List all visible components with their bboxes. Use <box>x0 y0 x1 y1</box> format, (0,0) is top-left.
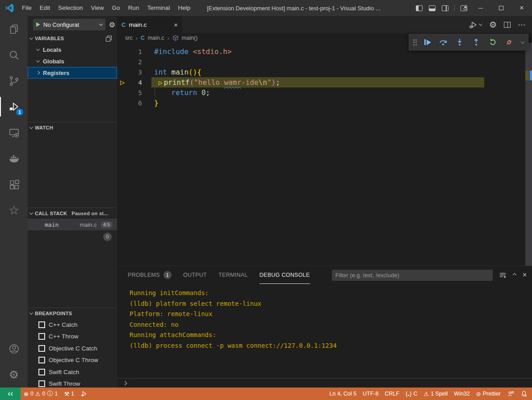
code-editor[interactable]: 1#include <stdio.h>23int main(){▷4 ▷prin… <box>117 43 532 266</box>
step-out-button[interactable] <box>472 38 481 46</box>
breakpoints-header[interactable]: BREAKPOINTS <box>28 308 117 319</box>
menu-terminal[interactable]: Terminal <box>143 0 174 16</box>
sidebar-item-explorer[interactable] <box>0 16 28 42</box>
menu-edit[interactable]: Edit <box>36 0 54 16</box>
sidebar-item-search[interactable] <box>0 42 28 68</box>
eol-indicator[interactable]: CRLF <box>381 388 402 400</box>
formatter-indicator[interactable]: ⊘ Prettier <box>473 388 504 400</box>
code-line[interactable]: 6} <box>117 98 532 108</box>
platform-label: Win32 <box>454 391 469 397</box>
checkbox[interactable] <box>38 380 45 387</box>
disconnect-button[interactable] <box>505 38 514 46</box>
breakpoint-item[interactable]: Swift Throw <box>28 378 117 388</box>
tab-debug-console[interactable]: DEBUG CONSOLE <box>260 266 310 284</box>
sidebar-item-docker[interactable] <box>0 146 28 171</box>
feedback-button[interactable] <box>504 388 517 400</box>
run-or-debug-button[interactable] <box>469 21 482 29</box>
drag-handle-icon[interactable] <box>413 39 417 46</box>
toggle-sidebar-icon[interactable] <box>416 5 423 11</box>
launch-config-dropdown[interactable]: No Configurat <box>33 19 105 30</box>
breadcrumb-folder[interactable]: src <box>125 35 133 41</box>
code-token: #include <box>154 47 189 56</box>
configure-gear-icon[interactable]: ⚙ <box>489 20 497 30</box>
breakpoint-item[interactable]: Objective C Catch <box>28 342 117 354</box>
problems-status[interactable]: ⊗ 0 ⚠ 0 ⓘ 1 <box>21 388 61 400</box>
toggle-panel-icon[interactable] <box>429 5 436 11</box>
vscode-logo-icon <box>4 3 14 13</box>
restart-button[interactable] <box>488 38 497 46</box>
debug-status[interactable] <box>77 388 91 400</box>
notifications-button[interactable] <box>517 388 532 400</box>
code-line[interactable]: ▷4 ▷printf("hello wamr-ide\n"); <box>117 77 532 88</box>
breadcrumb-file[interactable]: main.c <box>148 35 164 41</box>
debug-settings-gear-icon[interactable]: ⚙ <box>109 21 115 29</box>
breakpoint-item[interactable]: C++ Catch <box>28 319 117 331</box>
sidebar-item-source-control[interactable] <box>0 68 28 94</box>
tab-problems[interactable]: PROBLEMS 1 <box>128 266 172 284</box>
checkbox[interactable] <box>38 321 45 328</box>
variables-header[interactable]: VARIABLES <box>28 33 117 44</box>
sidebar-item-run-debug[interactable]: 1 <box>0 94 28 120</box>
maximize-button[interactable] <box>491 0 511 16</box>
filter-input[interactable] <box>332 270 493 281</box>
customize-layout-icon[interactable] <box>461 5 467 11</box>
copy-icon[interactable] <box>106 36 112 42</box>
stack-frame-row[interactable]: main main.c 4:5 <box>28 219 117 230</box>
more-actions-icon[interactable]: ⋯ <box>518 20 526 29</box>
breakpoint-item[interactable]: Swift Catch <box>28 366 117 378</box>
chevron-down-icon[interactable] <box>521 40 524 43</box>
close-panel-icon[interactable]: × <box>523 271 527 279</box>
code-line[interactable]: 3int main(){ <box>117 67 532 77</box>
tab-output[interactable]: OUTPUT <box>183 266 207 284</box>
spell-indicator[interactable]: ⚠ 1 Spell <box>420 388 451 400</box>
sidebar-item-extensions[interactable] <box>0 171 28 197</box>
encoding-indicator[interactable]: UTF-8 <box>360 388 381 400</box>
sidebar-item-remote-explorer[interactable] <box>0 120 28 146</box>
close-button[interactable]: × <box>511 0 532 16</box>
step-into-button[interactable] <box>455 38 464 46</box>
code-line[interactable]: 5 return 0; <box>117 88 532 98</box>
breadcrumb-symbol[interactable]: main() <box>182 35 197 41</box>
code-line[interactable]: 2 <box>117 57 532 67</box>
checkbox[interactable] <box>38 369 45 375</box>
start-debug-icon[interactable] <box>36 22 40 27</box>
tab-main-c[interactable]: C main.c × <box>117 16 182 33</box>
menu-view[interactable]: View <box>87 0 108 16</box>
cursor-position[interactable]: Ln 4, Col 5 <box>327 388 360 400</box>
language-indicator[interactable]: {} C <box>402 388 420 400</box>
maximize-panel-icon[interactable] <box>512 273 516 277</box>
checkbox[interactable] <box>38 345 45 352</box>
variables-scope-globals[interactable]: Globals <box>28 55 117 67</box>
settings-button[interactable]: ⚙ <box>0 362 28 388</box>
scope-label: Locals <box>43 46 61 53</box>
sidebar-item-favorites[interactable]: ☆ <box>0 197 28 223</box>
remote-indicator[interactable] <box>0 388 21 400</box>
menu-help[interactable]: Help <box>174 0 194 16</box>
checkbox[interactable] <box>38 333 45 340</box>
toggle-secondary-sidebar-icon[interactable] <box>442 5 448 11</box>
variables-scope-locals[interactable]: Locals <box>28 44 117 55</box>
platform-indicator[interactable]: Win32 <box>451 388 473 400</box>
debug-console-input[interactable] <box>117 378 532 388</box>
watch-header[interactable]: WATCH <box>28 122 117 133</box>
tools-status[interactable]: ⚒ 1 <box>61 388 77 400</box>
variables-scope-registers[interactable]: Registers <box>28 67 117 79</box>
minimize-button[interactable]: ─ <box>470 0 491 16</box>
menu-file[interactable]: File <box>18 0 36 16</box>
breakpoint-item[interactable]: C++ Throw <box>28 331 117 343</box>
breakpoint-item[interactable]: Objective C Throw <box>28 354 117 367</box>
accounts-button[interactable] <box>0 336 28 362</box>
call-stack-header[interactable]: CALL STACK Paused on st... <box>28 208 117 219</box>
continue-button[interactable] <box>424 39 431 45</box>
step-over-button[interactable] <box>439 38 448 46</box>
clear-console-icon[interactable] <box>499 271 507 279</box>
checkbox[interactable] <box>38 357 45 363</box>
menu-go[interactable]: Go <box>108 0 124 16</box>
close-tab-icon[interactable]: × <box>174 21 178 29</box>
menu-run[interactable]: Run <box>124 0 143 16</box>
code-token: ; <box>206 88 210 97</box>
tab-terminal[interactable]: TERMINAL <box>218 266 248 284</box>
menu-selection[interactable]: Selection <box>54 0 87 16</box>
split-editor-icon[interactable] <box>504 22 511 28</box>
editor-scrollbar[interactable] <box>525 43 532 266</box>
